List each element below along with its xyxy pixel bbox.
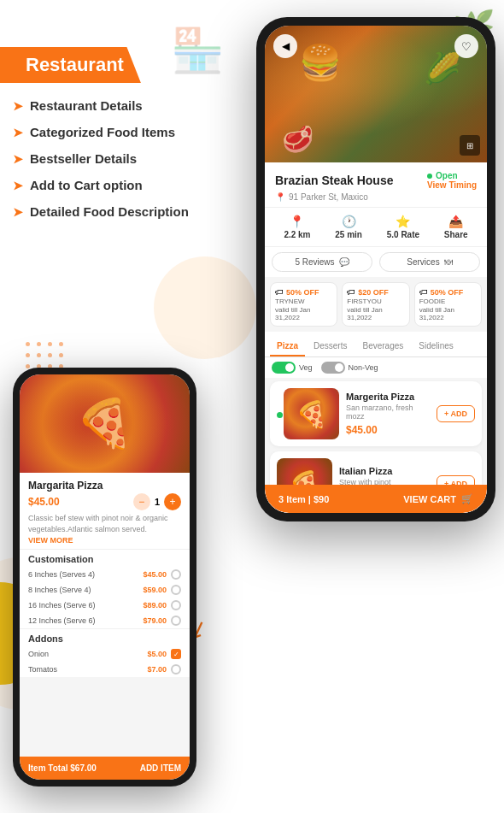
offer-icon-3: 🏷 — [419, 287, 428, 297]
veg-indicator-1 — [277, 412, 283, 418]
offer-code-2: FIRSTYOU — [347, 298, 404, 305]
sidebar-label-3: Bestseller Details — [30, 151, 137, 166]
veg-toggle[interactable]: Veg — [272, 362, 313, 374]
veg-switch[interactable] — [272, 362, 296, 374]
main-phone-screen: 🍔 🌽 🥩 ◀ ♡ ⊞ Brazian Steak House Open Vie… — [265, 26, 487, 513]
restaurant-name: Brazian Steak House — [275, 174, 394, 187]
burger-decoration: 🍔 — [299, 43, 342, 83]
stat-distance: 📍 2.2 km — [284, 215, 310, 239]
stat-share[interactable]: 📤 Share — [444, 215, 468, 239]
offer-card-2[interactable]: 🏷 $20 OFF FIRSTYOU valid till Jan 31,202… — [342, 282, 409, 327]
services-button[interactable]: Services 🍽 — [379, 252, 480, 272]
bg-decoration-2 — [154, 256, 256, 359]
non-veg-toggle[interactable]: Non-Veg — [321, 362, 378, 374]
addon-check-1[interactable]: ✓ — [171, 649, 181, 659]
stats-row: 📍 2.2 km 🕐 25 min ⭐ 5.0 Rate 📤 Share — [265, 207, 487, 246]
offer-title-3: 50% OFF — [431, 288, 464, 297]
non-veg-switch[interactable] — [321, 362, 345, 374]
stat-rate: ⭐ 5.0 Rate — [387, 215, 419, 239]
tab-desserts[interactable]: Desserts — [307, 337, 354, 356]
offer-valid-3: valid till Jan 31,2022 — [419, 306, 477, 321]
back-button[interactable]: ◀ — [273, 34, 297, 58]
custom-row-2: 8 Inches (Serve 4) $59.00 — [20, 582, 190, 598]
arrow-icon-2: ➤ — [13, 126, 23, 139]
sidebar-label-1: Restaurant Details — [30, 98, 143, 113]
pizza-emoji: 🍕 — [20, 374, 190, 473]
tab-beverages[interactable]: Beverages — [355, 337, 410, 356]
detail-item-name: Margarita Pizza — [28, 480, 181, 492]
offer-valid-2: valid till Jan 31,2022 — [347, 306, 404, 321]
sidebar-item-add-to-cart[interactable]: ➤ Add to Cart option — [13, 178, 226, 192]
offer-title-1: 50% OFF — [286, 288, 319, 297]
detail-bottom-bar: Item Total $67.00 ADD ITEM — [20, 757, 190, 780]
corn-decoration: 🌽 — [424, 51, 461, 86]
time-value: 25 min — [335, 230, 362, 239]
italian-name: Italian Pizza — [339, 466, 430, 476]
custom-price-3: $89.00 — [143, 601, 167, 610]
header-banner: Restaurant — [0, 47, 141, 83]
sidebar-item-categorized-food[interactable]: ➤ Categorized Food Items — [13, 125, 226, 139]
view-timing-link[interactable]: View Timing — [427, 180, 477, 190]
sidebar: ➤ Restaurant Details ➤ Categorized Food … — [13, 98, 226, 231]
restaurant-address: 91 Parker St, Maxico — [289, 192, 368, 202]
addon-price-1: $5.00 — [147, 650, 167, 658]
margerita-desc: San marzano, fresh mozz — [346, 404, 430, 421]
view-more-link[interactable]: VIEW MORE — [28, 536, 181, 545]
offer-card-3[interactable]: 🏷 50% OFF FOODIE valid till Jan 31,2022 — [414, 282, 482, 327]
custom-label-1: 6 Inches (Serves 4) — [28, 570, 95, 579]
sidebar-label-4: Add to Cart option — [30, 178, 143, 192]
offer-icon-2: 🏷 — [347, 287, 355, 297]
custom-radio-1[interactable] — [171, 569, 181, 580]
offer-card-1[interactable]: 🏷 50% OFF TRYNEW valid till Jan 31,2022 — [270, 282, 337, 327]
main-phone-mockup: 🍔 🌽 🥩 ◀ ♡ ⊞ Brazian Steak House Open Vie… — [256, 17, 495, 521]
stat-time: 🕐 25 min — [335, 215, 362, 239]
custom-radio-3[interactable] — [171, 600, 181, 610]
share-icon: 📤 — [448, 215, 463, 228]
quantity-value: 1 — [155, 497, 160, 507]
custom-label-3: 16 Inches (Serve 6) — [28, 601, 96, 610]
custom-price-4: $79.00 — [143, 616, 167, 625]
sidebar-item-bestseller[interactable]: ➤ Bestseller Details — [13, 151, 226, 166]
offer-icon-1: 🏷 — [275, 287, 284, 297]
sidebar-label-2: Categorized Food Items — [30, 125, 175, 139]
arrow-icon-1: ➤ — [13, 99, 23, 113]
margerita-name: Margerita Pizza — [346, 392, 430, 402]
gallery-icon[interactable]: ⊞ — [460, 135, 480, 156]
open-status: Open View Timing — [427, 171, 477, 190]
services-label: Services — [407, 257, 439, 267]
custom-radio-4[interactable] — [171, 616, 181, 626]
quantity-increase-button[interactable]: + — [164, 493, 181, 510]
add-margerita-button[interactable]: + ADD — [437, 405, 475, 422]
offer-title-2: $20 OFF — [358, 288, 389, 297]
custom-row-3: 16 Inches (Serve 6) $89.00 — [20, 598, 190, 613]
cart-bar[interactable]: 3 Item | $90 VIEW CART 🛒 — [265, 485, 487, 513]
tab-sidelines[interactable]: Sidelines — [412, 337, 460, 356]
time-icon: 🕐 — [342, 215, 356, 228]
offers-row: 🏷 50% OFF TRYNEW valid till Jan 31,2022 … — [265, 277, 487, 332]
meat-decoration: 🥩 — [282, 124, 314, 154]
favorite-button[interactable]: ♡ — [454, 34, 478, 58]
reviews-button[interactable]: 5 Reviews 💬 — [272, 252, 372, 272]
pin-icon: 📍 — [275, 192, 285, 202]
margerita-image: 🍕 — [284, 388, 339, 439]
quantity-control: − 1 + — [133, 493, 181, 510]
sidebar-item-detailed-food[interactable]: ➤ Detailed Food Description — [13, 204, 226, 219]
quantity-decrease-button[interactable]: − — [133, 493, 150, 510]
non-veg-label: Non-Veg — [349, 363, 378, 372]
restaurant-name-row: Brazian Steak House Open View Timing — [275, 171, 477, 190]
custom-label-2: 8 Inches (Serve 4) — [28, 586, 91, 594]
addon-row-2: Tomatos $7.00 — [20, 662, 190, 677]
open-dot — [427, 174, 432, 179]
sidebar-item-restaurant-details[interactable]: ➤ Restaurant Details — [13, 98, 226, 113]
food-item-margerita: 🍕 Margerita Pizza San marzano, fresh moz… — [270, 381, 482, 446]
view-cart-button[interactable]: VIEW CART 🛒 — [403, 493, 473, 504]
tab-pizza[interactable]: Pizza — [270, 337, 305, 356]
addon-check-2[interactable] — [171, 664, 181, 675]
reviews-services-row: 5 Reviews 💬 Services 🍽 — [265, 246, 487, 277]
custom-radio-2[interactable] — [171, 585, 181, 595]
secondary-phone-screen: 🍕 Margarita Pizza $45.00 − 1 + Classic b… — [20, 374, 190, 780]
add-item-button[interactable]: ADD ITEM — [140, 763, 181, 773]
reviews-icon: 💬 — [339, 257, 349, 267]
cart-summary: 3 Item | $90 — [278, 494, 329, 504]
sidebar-label-5: Detailed Food Description — [30, 204, 189, 219]
